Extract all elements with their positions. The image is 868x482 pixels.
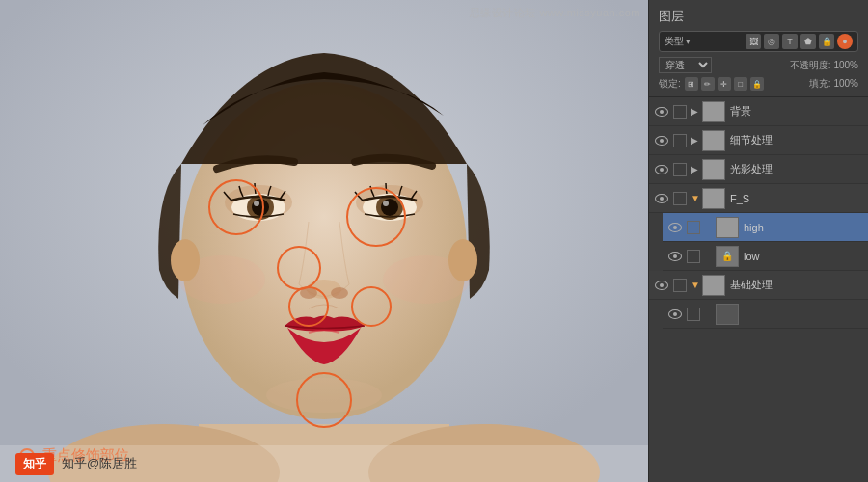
- layer-name-fs: F_S: [730, 193, 864, 204]
- eye-icon: [655, 165, 668, 174]
- layer-name-base: 基础处理: [730, 278, 864, 292]
- svg-point-22: [171, 239, 200, 281]
- lock-icons: ⊞ ✏ ✛ □ 🔒: [685, 77, 764, 91]
- layer-visibility-fs[interactable]: [653, 190, 670, 207]
- layer-item-low[interactable]: 🔒 low: [663, 242, 868, 271]
- svg-point-17: [300, 287, 317, 299]
- eye-icon: [655, 136, 668, 146]
- filter-type-label: 类型: [665, 35, 684, 48]
- svg-point-15: [383, 201, 389, 206]
- svg-point-21: [266, 378, 382, 413]
- layer-checkbox-base[interactable]: [673, 279, 687, 292]
- svg-point-18: [331, 287, 348, 299]
- layer-thumb-lighting: [702, 159, 725, 180]
- layer-name-detail: 细节处理: [730, 133, 864, 147]
- lock-icon-pixels[interactable]: ⊞: [685, 77, 698, 91]
- svg-point-11: [254, 201, 259, 206]
- layer-visibility-base[interactable]: [653, 277, 670, 294]
- eye-icon: [668, 252, 682, 261]
- brand-overlay: 知乎 知乎@陈居胜: [0, 445, 648, 482]
- layer-expand-lighting[interactable]: ▶: [691, 164, 702, 174]
- layer-checkbox-high[interactable]: [687, 221, 700, 234]
- layer-item-base[interactable]: ▼ 基础处理: [649, 271, 868, 300]
- eye-icon: [655, 281, 668, 290]
- lock-icon-move[interactable]: ✛: [718, 77, 731, 91]
- layer-item-lighting[interactable]: ▶ 光影处理: [649, 155, 868, 184]
- lock-icon-artboard[interactable]: □: [734, 77, 747, 91]
- layer-checkbox-low[interactable]: [687, 250, 700, 263]
- layer-checkbox-extra[interactable]: [687, 308, 700, 321]
- lock-label: 锁定:: [659, 77, 681, 91]
- layer-checkbox-lighting[interactable]: [673, 163, 687, 176]
- layer-filter-bar[interactable]: 类型 ▾ 🖼 ◎ T ⬟ 🔒 ●: [659, 31, 858, 52]
- lock-icon-all[interactable]: 🔒: [750, 77, 764, 91]
- filter-icon-adjust[interactable]: ◎: [764, 34, 779, 49]
- layer-name-lighting: 光影处理: [730, 162, 864, 176]
- layer-thumb-background: [702, 101, 725, 122]
- layer-item-fs[interactable]: ▼ F_S: [649, 184, 868, 213]
- layer-expand-base[interactable]: ▼: [691, 280, 702, 290]
- filter-icon-shape[interactable]: ⬟: [800, 34, 816, 49]
- layer-item-extra[interactable]: [663, 300, 868, 329]
- blend-mode-select[interactable]: 穿透 正常 叠加: [659, 57, 712, 73]
- svg-point-10: [252, 199, 269, 216]
- layer-expand-background[interactable]: ▶: [691, 106, 702, 117]
- filter-icon-dot[interactable]: ●: [837, 34, 853, 49]
- layer-checkbox-fs[interactable]: [673, 192, 687, 205]
- eye-icon: [668, 223, 682, 232]
- layer-expand-fs[interactable]: ▼: [691, 193, 702, 203]
- layer-item-high[interactable]: high: [663, 213, 868, 242]
- layer-visibility-low[interactable]: [666, 248, 684, 265]
- layers-list[interactable]: ▶ 背景 ▶ 细节处理 ▶ 光影处理: [649, 97, 868, 482]
- layer-checkbox-detail[interactable]: [673, 134, 687, 147]
- opacity-label: 不透明度: 100%: [790, 59, 858, 72]
- blend-mode-row: 穿透 正常 叠加 不透明度: 100%: [659, 57, 858, 73]
- face-illustration: [0, 0, 648, 482]
- filter-icon-image[interactable]: 🖼: [746, 34, 761, 49]
- panel-header: 图层 类型 ▾ 🖼 ◎ T ⬟ 🔒 ● 穿透 正常 叠加 不透明度: 100%: [649, 0, 868, 97]
- layer-name-high: high: [744, 222, 864, 233]
- filter-dropdown-icon[interactable]: ▾: [686, 37, 691, 46]
- layer-checkbox-background[interactable]: [673, 105, 687, 119]
- fill-label: 填充: 100%: [809, 77, 858, 91]
- eye-icon: [655, 107, 668, 117]
- filter-icon-text[interactable]: T: [782, 34, 798, 49]
- layer-thumb-low: 🔒: [716, 246, 739, 267]
- lock-row: 锁定: ⊞ ✏ ✛ □ 🔒 填充: 100%: [659, 77, 858, 91]
- layer-name-background: 背景: [730, 104, 864, 119]
- layer-item-detail[interactable]: ▶ 细节处理: [649, 126, 868, 155]
- layer-thumb-detail: [702, 130, 725, 151]
- brand-text: 知乎@陈居胜: [62, 455, 137, 472]
- main-canvas: 思缘设计论坛 www.missyuan.com 重点修饰部位 知乎 知乎@陈居胜: [0, 0, 648, 482]
- layer-visibility-background[interactable]: [653, 103, 670, 120]
- eye-icon: [655, 194, 668, 203]
- layer-visibility-extra[interactable]: [666, 306, 684, 323]
- layer-item-background[interactable]: ▶ 背景: [649, 97, 868, 126]
- filter-icon-lock[interactable]: 🔒: [819, 34, 834, 49]
- eye-icon: [668, 309, 682, 319]
- layer-name-low: low: [744, 251, 864, 262]
- layers-panel: 图层 类型 ▾ 🖼 ◎ T ⬟ 🔒 ● 穿透 正常 叠加 不透明度: 100%: [648, 0, 868, 482]
- layer-visibility-detail[interactable]: [653, 132, 670, 149]
- layer-thumb-extra: [716, 304, 739, 325]
- layer-thumb-high: [716, 217, 739, 238]
- svg-point-14: [381, 199, 398, 216]
- layer-visibility-high[interactable]: [666, 219, 684, 236]
- brand-logo: 知乎: [15, 453, 54, 475]
- lock-icon-draw[interactable]: ✏: [701, 77, 715, 91]
- panel-title: 图层: [659, 8, 858, 25]
- svg-point-23: [448, 239, 477, 281]
- layer-visibility-lighting[interactable]: [653, 161, 670, 178]
- watermark: 思缘设计论坛 www.missyuan.com: [470, 6, 640, 20]
- layer-expand-detail[interactable]: ▶: [691, 135, 702, 146]
- layer-thumb-fs: [702, 188, 725, 209]
- layer-thumb-base: [702, 275, 725, 296]
